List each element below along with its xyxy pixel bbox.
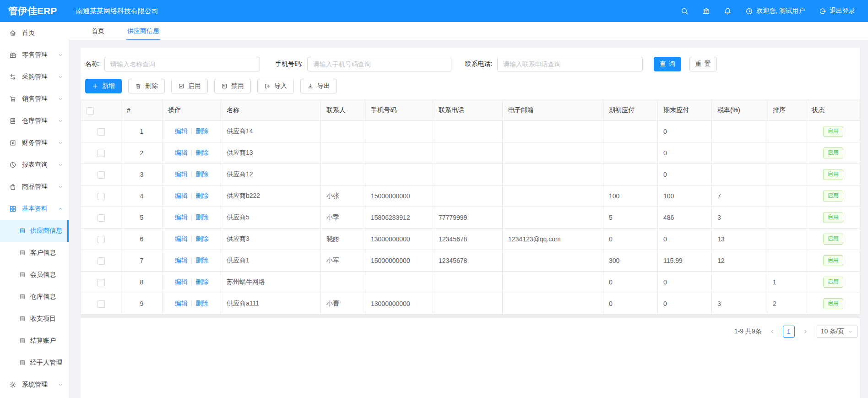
sidebar-item[interactable]: 报表查询 [0, 154, 69, 176]
sidebar-item[interactable]: 仓库管理 [0, 110, 69, 132]
sidebar-item[interactable]: 首页 [0, 22, 69, 44]
cell-name: 供应商1 [221, 250, 321, 272]
delete-button[interactable]: 删除 [128, 79, 165, 93]
bank-icon[interactable] [702, 7, 710, 15]
cell-mobile: 15000000000 [365, 250, 433, 272]
grid-icon [9, 205, 16, 213]
disable-button[interactable]: 禁用 [214, 79, 251, 93]
logout-button[interactable]: 退出登录 [819, 7, 855, 15]
page-number-1[interactable]: 1 [783, 326, 795, 338]
row-checkbox[interactable] [98, 193, 105, 200]
sidebar-subitem[interactable]: 收支项目 [0, 308, 69, 330]
delete-link[interactable]: 删除 [195, 127, 208, 135]
welcome-user[interactable]: 欢迎您, 测试用户 [745, 7, 805, 15]
row-checkbox[interactable] [98, 171, 105, 179]
erp-app: 管伊佳ERP 南通某某网络科技有限公司 欢迎您, 测试用户 退出登录 首页零售管… [0, 0, 868, 398]
cell-name: 供应商14 [221, 121, 321, 142]
cell-name: 苏州蜗牛网络 [221, 272, 321, 293]
sidebar-item[interactable]: 财务管理 [0, 132, 69, 154]
delete-link[interactable]: 删除 [195, 170, 208, 178]
sidebar-item[interactable]: 系统管理 [0, 374, 69, 396]
reset-button[interactable]: 重置 [689, 57, 717, 71]
sidebar-subitem-label: 结算账户 [30, 337, 56, 345]
edit-link[interactable]: 编辑 [175, 192, 188, 199]
bell-icon[interactable] [724, 7, 732, 15]
cell-name: 供应商5 [221, 207, 321, 229]
toolbar: 新增删除启用禁用导入导出 [81, 71, 860, 100]
row-checkbox[interactable] [98, 279, 105, 286]
enable-button[interactable]: 启用 [171, 79, 208, 93]
cell-actions: 编辑|删除 [163, 229, 221, 250]
row-checkbox[interactable] [98, 128, 105, 136]
check-square-icon [178, 83, 184, 89]
sidebar-subitem[interactable]: 会员信息 [0, 264, 69, 286]
cell-email [503, 272, 603, 293]
sidebar-item-label: 首页 [22, 29, 63, 37]
sidebar-subitem-label: 收支项目 [30, 315, 56, 323]
edit-link[interactable]: 编辑 [175, 300, 188, 307]
sidebar-item-label: 采购管理 [22, 73, 58, 81]
tab-供应商信息[interactable]: 供应商信息 [126, 22, 160, 40]
delete-link[interactable]: 删除 [195, 300, 208, 307]
doc-icon [19, 338, 26, 344]
delete-link[interactable]: 删除 [195, 235, 208, 242]
tab-首页[interactable]: 首页 [91, 22, 105, 40]
edit-link[interactable]: 编辑 [175, 235, 188, 242]
import-button[interactable]: 导入 [257, 79, 294, 93]
sidebar-item[interactable]: 基本资料 [0, 198, 69, 220]
delete-link[interactable]: 删除 [195, 149, 208, 156]
delete-link[interactable]: 删除 [195, 213, 208, 221]
cell-phone [433, 185, 503, 207]
status-badge: 启用 [823, 255, 843, 266]
sidebar-item[interactable]: 商品管理 [0, 176, 69, 198]
sidebar-item[interactable]: 销售管理 [0, 88, 69, 110]
sidebar-item[interactable]: 采购管理 [0, 66, 69, 88]
next-page-button[interactable] [799, 326, 811, 338]
doc-icon [19, 228, 26, 234]
purchase-icon [9, 73, 16, 81]
sidebar-item-label: 财务管理 [22, 139, 58, 147]
edit-link[interactable]: 编辑 [175, 278, 188, 285]
cell-mobile: 15000000000 [365, 185, 433, 207]
cell-select [81, 121, 121, 142]
cell-index: 6 [121, 229, 163, 250]
select-all-checkbox[interactable] [87, 107, 94, 114]
row-checkbox[interactable] [98, 236, 105, 243]
edit-link[interactable]: 编辑 [175, 256, 188, 264]
filter-input[interactable] [104, 57, 260, 71]
sidebar-subitem[interactable]: 客户信息 [0, 242, 69, 264]
edit-link[interactable]: 编辑 [175, 127, 188, 135]
chevron-down-icon [58, 184, 63, 190]
delete-link[interactable]: 删除 [195, 192, 208, 199]
horizontal-scrollbar[interactable] [81, 315, 860, 318]
sidebar-subitem[interactable]: 结算账户 [0, 330, 69, 352]
row-checkbox[interactable] [98, 150, 105, 157]
row-checkbox[interactable] [98, 257, 105, 265]
sidebar-subitem[interactable]: 供应商信息 [0, 220, 69, 242]
delete-link[interactable]: 删除 [195, 256, 208, 264]
cell-sort [767, 164, 806, 185]
edit-link[interactable]: 编辑 [175, 170, 188, 178]
add-button[interactable]: 新增 [85, 79, 122, 93]
sidebar-subitem[interactable]: 仓库信息 [0, 286, 69, 308]
cell-select [81, 142, 121, 164]
search-icon[interactable] [681, 7, 689, 15]
page-size-select[interactable]: 10 条/页 [816, 326, 858, 338]
row-checkbox[interactable] [98, 300, 105, 308]
company-name: 南通某某网络科技有限公司 [76, 7, 158, 16]
prev-page-button[interactable] [766, 326, 778, 338]
cell-contact [321, 121, 365, 142]
export-button[interactable]: 导出 [300, 79, 337, 93]
filter-input[interactable] [497, 57, 643, 71]
search-button[interactable]: 查询 [654, 57, 681, 71]
sidebar-item[interactable]: 零售管理 [0, 44, 69, 66]
sidebar-subitem[interactable]: 经手人管理 [0, 352, 69, 374]
edit-link[interactable]: 编辑 [175, 213, 188, 221]
cell-tax_rate [712, 272, 767, 293]
delete-link[interactable]: 删除 [195, 278, 208, 285]
sidebar-item-label: 商品管理 [22, 183, 58, 191]
cell-sort [767, 250, 806, 272]
filter-input[interactable] [307, 57, 451, 71]
row-checkbox[interactable] [98, 214, 105, 222]
edit-link[interactable]: 编辑 [175, 149, 188, 156]
